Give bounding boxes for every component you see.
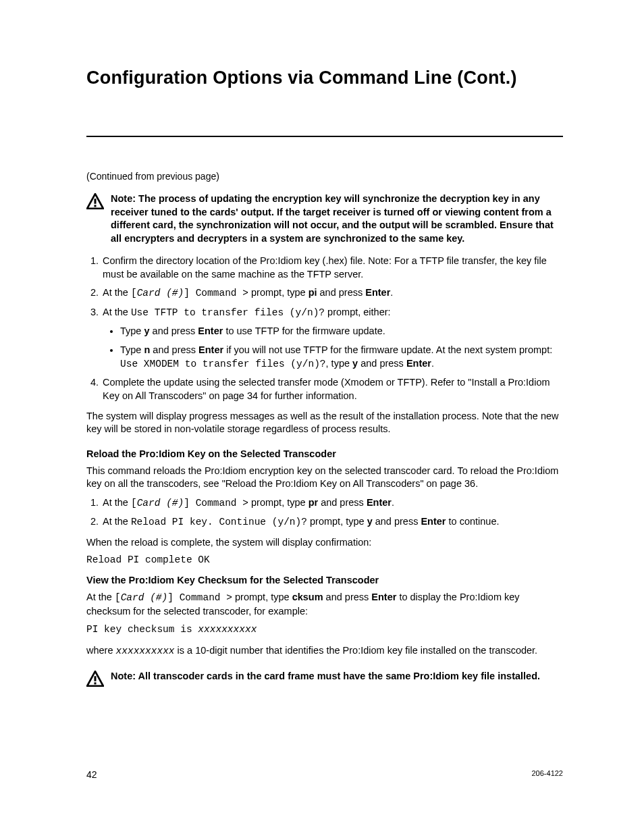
document-number: 206-4122 xyxy=(532,769,564,780)
bullet-1: Type y and press Enter to use TFTP for t… xyxy=(120,324,563,338)
step-1: Confirm the directory location of the Pr… xyxy=(101,255,563,281)
key-enter: Enter xyxy=(371,592,396,602)
placeholder-digits: xxxxxxxxxx xyxy=(198,624,257,635)
step-2: At the [Card (#)] Command > prompt, type… xyxy=(101,286,563,301)
step-4: Complete the update using the selected t… xyxy=(101,376,563,402)
text: At the xyxy=(103,516,131,527)
text: prompt, either: xyxy=(325,307,391,317)
warning-icon xyxy=(86,193,105,212)
key-enter: Enter xyxy=(198,325,223,336)
text: PI key checksum is xyxy=(86,624,198,635)
steps-list-2: At the [Card (#)] Command > prompt, type… xyxy=(86,496,563,529)
text: Type xyxy=(120,344,144,355)
prompt-code: Use TFTP to transfer files (y/n)? xyxy=(131,307,325,318)
warning-icon xyxy=(86,671,105,689)
key-y: y xyxy=(144,325,149,336)
text: prompt, type xyxy=(307,516,367,527)
reload-output: Reload PI complete OK xyxy=(86,554,563,565)
text: to use TFTP for the firmware update. xyxy=(223,325,385,336)
reload-step-1: At the [Card (#)] Command > prompt, type… xyxy=(101,496,563,511)
key-enter: Enter xyxy=(406,358,431,369)
bullet-2: Type n and press Enter if you will not u… xyxy=(120,343,563,371)
text: Type xyxy=(120,325,144,336)
horizontal-rule xyxy=(86,136,563,137)
text: , type xyxy=(326,358,353,369)
text: prompt, type xyxy=(248,497,308,508)
steps-list-1: Confirm the directory location of the Pr… xyxy=(86,255,563,402)
text: prompt, type xyxy=(248,287,308,298)
text: At the xyxy=(103,497,131,508)
key-enter: Enter xyxy=(367,497,392,508)
text: and press xyxy=(150,344,198,355)
subhead-checksum: View the Pro:Idiom Key Checksum for the … xyxy=(86,575,563,585)
text: At the xyxy=(103,307,131,317)
reload-intro: This command reloads the Pro:Idiom encry… xyxy=(86,465,563,491)
svg-rect-0 xyxy=(94,199,96,204)
page-number: 42 xyxy=(86,769,97,780)
key-y: y xyxy=(352,358,358,369)
prompt-code: Use XMODEM to transfer files (y/n)? xyxy=(120,359,326,369)
key-n: n xyxy=(144,344,150,355)
checksum-output: PI key checksum is xxxxxxxxxx xyxy=(86,624,563,635)
command-cksum: cksum xyxy=(292,592,323,602)
checksum-explain: where xxxxxxxxxx is a 10-digit number th… xyxy=(86,644,563,658)
text: and press xyxy=(150,325,198,336)
post-steps-para: The system will display progress message… xyxy=(86,410,563,436)
placeholder-digits: xxxxxxxxxx xyxy=(116,646,175,656)
key-y: y xyxy=(367,516,373,527)
key-enter: Enter xyxy=(198,344,223,355)
text: is a 10-digit number that identifies the… xyxy=(175,645,538,656)
text: and press xyxy=(323,592,372,602)
text: and press xyxy=(317,287,366,298)
reload-step-2: At the Reload PI key. Continue (y/n)? pr… xyxy=(101,515,563,529)
svg-rect-1 xyxy=(94,205,96,207)
note-block-2: Note: All transcoder cards in the card f… xyxy=(86,670,563,689)
bullet-list: Type y and press Enter to use TFTP for t… xyxy=(103,324,563,371)
note-text-2: Note: All transcoder cards in the card f… xyxy=(111,670,540,683)
page-footer: 42 206-4122 xyxy=(86,769,563,780)
reload-done: When the reload is complete, the system … xyxy=(86,536,563,550)
note-text-1: Note: The process of updating the encryp… xyxy=(111,192,563,245)
text: and press xyxy=(358,358,406,369)
command-pi: pi xyxy=(308,287,317,298)
text: . xyxy=(392,497,394,508)
prompt-code: Reload PI key. Continue (y/n)? xyxy=(131,517,307,527)
subhead-reload: Reload the Pro:Idiom Key on the Selected… xyxy=(86,448,563,459)
text: if you will not use TFTP for the firmwar… xyxy=(223,344,552,355)
text: . xyxy=(390,287,393,298)
text: to continue. xyxy=(446,516,500,527)
text: where xyxy=(86,645,116,656)
checksum-intro: At the [Card (#)] Command > prompt, type… xyxy=(86,591,563,618)
continued-label: (Continued from previous page) xyxy=(86,171,563,182)
text: . xyxy=(431,358,434,369)
key-enter: Enter xyxy=(421,516,446,527)
text: and press xyxy=(318,497,367,508)
text: prompt, type xyxy=(232,592,292,602)
note-block-1: Note: The process of updating the encryp… xyxy=(86,192,563,245)
step-3: At the Use TFTP to transfer files (y/n)?… xyxy=(101,306,563,371)
document-page: Configuration Options via Command Line (… xyxy=(0,0,644,834)
page-title: Configuration Options via Command Line (… xyxy=(86,68,563,88)
command-pr: pr xyxy=(308,497,319,508)
svg-rect-2 xyxy=(94,676,96,681)
text: At the xyxy=(86,592,115,602)
text: At the xyxy=(103,287,131,298)
svg-rect-3 xyxy=(94,683,96,685)
text: and press xyxy=(373,516,421,527)
key-enter: Enter xyxy=(365,287,390,298)
